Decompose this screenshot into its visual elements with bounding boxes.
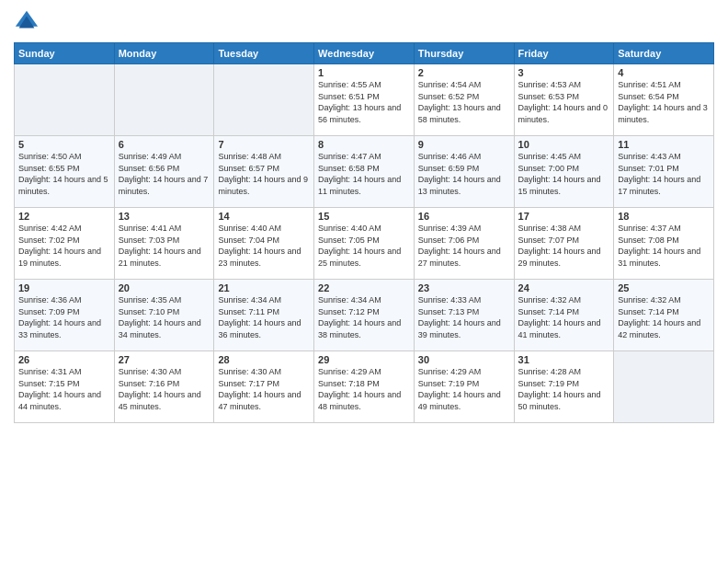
day-number: 27 xyxy=(119,354,210,365)
calendar-cell: 3Sunrise: 4:53 AMSunset: 6:53 PMDaylight… xyxy=(514,64,614,136)
cell-details: Sunrise: 4:35 AMSunset: 7:10 PMDaylight:… xyxy=(119,294,210,340)
calendar-cell xyxy=(15,64,115,136)
cell-details: Sunrise: 4:50 AMSunset: 6:55 PMDaylight:… xyxy=(18,151,110,197)
cell-details: Sunrise: 4:55 AMSunset: 6:51 PMDaylight:… xyxy=(318,79,410,125)
calendar-cell: 20Sunrise: 4:35 AMSunset: 7:10 PMDayligh… xyxy=(114,280,214,351)
day-number: 31 xyxy=(518,354,610,365)
cell-details: Sunrise: 4:49 AMSunset: 6:56 PMDaylight:… xyxy=(119,151,210,197)
cell-details: Sunrise: 4:29 AMSunset: 7:18 PMDaylight:… xyxy=(318,366,410,412)
calendar-cell: 29Sunrise: 4:29 AMSunset: 7:18 PMDayligh… xyxy=(314,351,415,423)
calendar-container: SundayMondayTuesdayWednesdayThursdayFrid… xyxy=(0,0,728,432)
day-number: 28 xyxy=(218,354,310,365)
calendar-table: SundayMondayTuesdayWednesdayThursdayFrid… xyxy=(14,42,714,423)
day-number: 18 xyxy=(618,211,710,222)
calendar-cell: 23Sunrise: 4:33 AMSunset: 7:13 PMDayligh… xyxy=(414,280,514,351)
day-number: 19 xyxy=(18,282,110,293)
cell-details: Sunrise: 4:51 AMSunset: 6:54 PMDaylight:… xyxy=(618,79,710,125)
calendar-cell: 27Sunrise: 4:30 AMSunset: 7:16 PMDayligh… xyxy=(114,351,214,423)
day-number: 25 xyxy=(618,282,710,293)
calendar-cell: 31Sunrise: 4:28 AMSunset: 7:19 PMDayligh… xyxy=(514,351,614,423)
weekday-header-monday: Monday xyxy=(114,43,214,64)
day-number: 15 xyxy=(318,211,410,222)
cell-details: Sunrise: 4:30 AMSunset: 7:17 PMDaylight:… xyxy=(218,366,310,412)
calendar-cell: 22Sunrise: 4:34 AMSunset: 7:12 PMDayligh… xyxy=(314,280,415,351)
weekday-header-sunday: Sunday xyxy=(15,43,115,64)
cell-details: Sunrise: 4:38 AMSunset: 7:07 PMDaylight:… xyxy=(518,223,610,269)
day-number: 10 xyxy=(518,139,610,150)
cell-details: Sunrise: 4:32 AMSunset: 7:14 PMDaylight:… xyxy=(618,294,710,340)
calendar-cell: 15Sunrise: 4:40 AMSunset: 7:05 PMDayligh… xyxy=(314,208,415,280)
calendar-week-row: 1Sunrise: 4:55 AMSunset: 6:51 PMDaylight… xyxy=(15,64,714,136)
calendar-cell: 24Sunrise: 4:32 AMSunset: 7:14 PMDayligh… xyxy=(514,280,614,351)
day-number: 21 xyxy=(218,282,310,293)
cell-details: Sunrise: 4:40 AMSunset: 7:05 PMDaylight:… xyxy=(318,223,410,269)
day-number: 6 xyxy=(119,139,210,150)
day-number: 5 xyxy=(18,139,110,150)
day-number: 11 xyxy=(618,139,710,150)
day-number: 12 xyxy=(18,211,110,222)
logo xyxy=(14,9,43,35)
cell-details: Sunrise: 4:53 AMSunset: 6:53 PMDaylight:… xyxy=(518,79,610,125)
day-number: 1 xyxy=(318,67,410,78)
day-number: 8 xyxy=(318,139,410,150)
calendar-cell: 6Sunrise: 4:49 AMSunset: 6:56 PMDaylight… xyxy=(114,136,214,208)
weekday-header-tuesday: Tuesday xyxy=(214,43,314,64)
day-number: 26 xyxy=(18,354,110,365)
cell-details: Sunrise: 4:46 AMSunset: 6:59 PMDaylight:… xyxy=(418,151,510,197)
cell-details: Sunrise: 4:37 AMSunset: 7:08 PMDaylight:… xyxy=(618,223,710,269)
day-number: 13 xyxy=(119,211,210,222)
calendar-cell: 25Sunrise: 4:32 AMSunset: 7:14 PMDayligh… xyxy=(614,280,714,351)
day-number: 4 xyxy=(618,67,710,78)
cell-details: Sunrise: 4:47 AMSunset: 6:58 PMDaylight:… xyxy=(318,151,410,197)
calendar-week-row: 5Sunrise: 4:50 AMSunset: 6:55 PMDaylight… xyxy=(15,136,714,208)
cell-details: Sunrise: 4:39 AMSunset: 7:06 PMDaylight:… xyxy=(418,223,510,269)
day-number: 16 xyxy=(418,211,510,222)
day-number: 9 xyxy=(418,139,510,150)
calendar-cell: 14Sunrise: 4:40 AMSunset: 7:04 PMDayligh… xyxy=(214,208,314,280)
day-number: 7 xyxy=(218,139,310,150)
weekday-header-wednesday: Wednesday xyxy=(314,43,415,64)
calendar-cell: 7Sunrise: 4:48 AMSunset: 6:57 PMDaylight… xyxy=(214,136,314,208)
weekday-header-thursday: Thursday xyxy=(414,43,514,64)
cell-details: Sunrise: 4:34 AMSunset: 7:11 PMDaylight:… xyxy=(218,294,310,340)
calendar-cell: 11Sunrise: 4:43 AMSunset: 7:01 PMDayligh… xyxy=(614,136,714,208)
calendar-cell: 1Sunrise: 4:55 AMSunset: 6:51 PMDaylight… xyxy=(314,64,415,136)
cell-details: Sunrise: 4:33 AMSunset: 7:13 PMDaylight:… xyxy=(418,294,510,340)
cell-details: Sunrise: 4:41 AMSunset: 7:03 PMDaylight:… xyxy=(119,223,210,269)
calendar-week-row: 26Sunrise: 4:31 AMSunset: 7:15 PMDayligh… xyxy=(15,351,714,423)
day-number: 2 xyxy=(418,67,510,78)
weekday-header-row: SundayMondayTuesdayWednesdayThursdayFrid… xyxy=(15,43,714,64)
calendar-cell: 28Sunrise: 4:30 AMSunset: 7:17 PMDayligh… xyxy=(214,351,314,423)
cell-details: Sunrise: 4:48 AMSunset: 6:57 PMDaylight:… xyxy=(218,151,310,197)
calendar-cell: 5Sunrise: 4:50 AMSunset: 6:55 PMDaylight… xyxy=(15,136,115,208)
calendar-cell: 10Sunrise: 4:45 AMSunset: 7:00 PMDayligh… xyxy=(514,136,614,208)
cell-details: Sunrise: 4:43 AMSunset: 7:01 PMDaylight:… xyxy=(618,151,710,197)
day-number: 24 xyxy=(518,282,610,293)
day-number: 29 xyxy=(318,354,410,365)
cell-details: Sunrise: 4:36 AMSunset: 7:09 PMDaylight:… xyxy=(18,294,110,340)
logo-icon xyxy=(14,9,40,35)
header xyxy=(14,9,714,35)
cell-details: Sunrise: 4:54 AMSunset: 6:52 PMDaylight:… xyxy=(418,79,510,125)
calendar-cell xyxy=(614,351,714,423)
cell-details: Sunrise: 4:32 AMSunset: 7:14 PMDaylight:… xyxy=(518,294,610,340)
day-number: 20 xyxy=(119,282,210,293)
calendar-week-row: 19Sunrise: 4:36 AMSunset: 7:09 PMDayligh… xyxy=(15,280,714,351)
calendar-cell: 12Sunrise: 4:42 AMSunset: 7:02 PMDayligh… xyxy=(15,208,115,280)
day-number: 22 xyxy=(318,282,410,293)
calendar-cell: 4Sunrise: 4:51 AMSunset: 6:54 PMDaylight… xyxy=(614,64,714,136)
calendar-cell xyxy=(114,64,214,136)
day-number: 23 xyxy=(418,282,510,293)
cell-details: Sunrise: 4:28 AMSunset: 7:19 PMDaylight:… xyxy=(518,366,610,412)
day-number: 3 xyxy=(518,67,610,78)
calendar-cell: 19Sunrise: 4:36 AMSunset: 7:09 PMDayligh… xyxy=(15,280,115,351)
cell-details: Sunrise: 4:40 AMSunset: 7:04 PMDaylight:… xyxy=(218,223,310,269)
calendar-cell: 17Sunrise: 4:38 AMSunset: 7:07 PMDayligh… xyxy=(514,208,614,280)
day-number: 17 xyxy=(518,211,610,222)
calendar-cell: 26Sunrise: 4:31 AMSunset: 7:15 PMDayligh… xyxy=(15,351,115,423)
calendar-cell: 18Sunrise: 4:37 AMSunset: 7:08 PMDayligh… xyxy=(614,208,714,280)
weekday-header-saturday: Saturday xyxy=(614,43,714,64)
calendar-cell: 9Sunrise: 4:46 AMSunset: 6:59 PMDaylight… xyxy=(414,136,514,208)
calendar-cell: 30Sunrise: 4:29 AMSunset: 7:19 PMDayligh… xyxy=(414,351,514,423)
weekday-header-friday: Friday xyxy=(514,43,614,64)
